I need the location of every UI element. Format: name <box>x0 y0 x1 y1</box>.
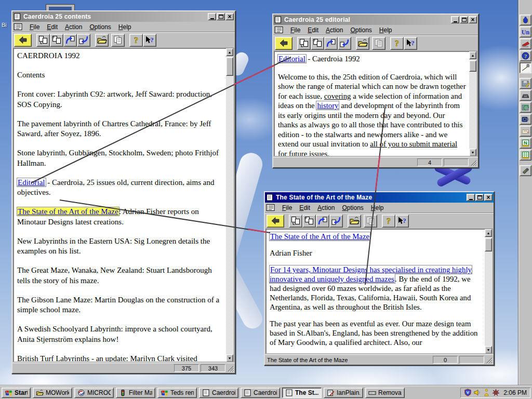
document-icon[interactable] <box>14 13 22 20</box>
menu-file[interactable]: File <box>287 25 304 35</box>
taskbar-button-moworks[interactable]: MOWorks <box>33 388 72 398</box>
context-help-button[interactable] <box>395 215 409 228</box>
close-button[interactable]: × <box>484 194 493 201</box>
menu-action[interactable]: Action <box>314 203 338 212</box>
vertical-scrollbar[interactable]: ▲ ▼ <box>485 229 493 354</box>
menu-help[interactable]: Help <box>115 22 135 32</box>
exit-button[interactable] <box>14 34 32 47</box>
exit-button[interactable] <box>275 37 292 50</box>
scrollbar-thumb[interactable] <box>226 57 233 76</box>
close-button[interactable]: × <box>469 16 477 23</box>
titlebar[interactable]: The State of the Art of the Maze × <box>265 192 494 203</box>
menu-file[interactable]: File <box>26 22 43 32</box>
resize-grip[interactable] <box>486 357 493 364</box>
vertical-scrollbar[interactable]: ▲ ▼ <box>469 51 477 157</box>
menu-action[interactable]: Action <box>322 25 347 35</box>
stapler-icon[interactable] <box>520 38 531 49</box>
plug-cable-icon[interactable] <box>520 62 531 73</box>
antivirus-shield-icon[interactable] <box>464 389 472 396</box>
hyperlink[interactable]: Editorial <box>278 55 306 63</box>
taskbar-button-teds[interactable]: Teds ren... <box>157 388 197 398</box>
help-button[interactable] <box>129 34 143 47</box>
jump-back-button[interactable] <box>63 34 77 47</box>
scrollbar-thumb[interactable] <box>469 60 476 72</box>
scroll-down-button[interactable]: ▼ <box>485 346 492 354</box>
disk-write-icon[interactable] <box>520 78 531 89</box>
taskbar-button-caerdroia-2[interactable]: Caerdroia... <box>241 388 280 398</box>
menu-edit[interactable]: Edit <box>43 22 61 32</box>
open-folder-button[interactable] <box>95 34 109 47</box>
copy-up-button[interactable] <box>302 215 316 228</box>
hyperlink[interactable]: The State of the Art of the Maze <box>17 207 119 216</box>
notes-app-icon[interactable] <box>520 138 531 149</box>
desktop-icon-label[interactable]: Bi <box>2 22 7 28</box>
copy-down-button[interactable] <box>36 34 50 47</box>
exit-button[interactable] <box>267 215 284 228</box>
menu-options[interactable]: Options <box>338 203 367 212</box>
jump-forward-button[interactable] <box>338 37 351 50</box>
context-help-button[interactable] <box>143 34 156 47</box>
vertical-scrollbar[interactable]: ▲ ▼ <box>226 48 234 363</box>
copy-down-button[interactable] <box>297 37 311 50</box>
scheduler-person-icon[interactable] <box>483 389 490 396</box>
scroll-down-button[interactable]: ▼ <box>469 149 476 156</box>
card-reader-icon[interactable] <box>520 126 531 137</box>
minimize-button[interactable] <box>467 194 475 201</box>
open-folder-button[interactable] <box>356 37 369 50</box>
notebook-icon[interactable] <box>274 26 284 34</box>
copy-pages-button[interactable] <box>364 215 377 228</box>
organizer-app-icon[interactable] <box>520 150 531 161</box>
context-help-button[interactable] <box>404 37 417 50</box>
maximize-button[interactable] <box>475 194 484 201</box>
titlebar[interactable]: Caerdroia 25 contents × <box>12 11 235 22</box>
jump-forward-button[interactable] <box>329 215 343 228</box>
camera-monitor-icon[interactable] <box>520 114 531 125</box>
taskbar-button-the-state[interactable]: The St... <box>282 388 322 398</box>
maximize-button[interactable] <box>460 16 468 23</box>
hyperlink[interactable]: history <box>316 101 339 110</box>
close-button[interactable]: × <box>225 13 234 20</box>
menu-help[interactable]: Help <box>376 25 396 35</box>
copy-down-button[interactable] <box>289 215 302 228</box>
taskbar-button-caerdroia-1[interactable]: Caerdroia... <box>199 388 238 398</box>
taskbar-button-microc[interactable]: MICROC... <box>74 388 114 398</box>
resize-grip[interactable] <box>470 159 477 166</box>
volume-icon[interactable] <box>473 389 481 396</box>
jump-back-button[interactable] <box>324 37 338 50</box>
copy-up-button[interactable] <box>50 34 63 47</box>
hyperlink[interactable]: Editorial <box>17 178 46 187</box>
start-button[interactable]: Start <box>2 388 31 398</box>
notebook-icon[interactable] <box>266 204 275 211</box>
notebook-icon[interactable] <box>14 23 23 31</box>
menu-action[interactable]: Action <box>61 22 86 32</box>
maximize-button[interactable] <box>217 13 225 20</box>
menu-file[interactable]: File <box>278 203 296 212</box>
un-letters-icon[interactable] <box>520 26 531 37</box>
copy-up-button[interactable] <box>311 37 324 50</box>
pcmcia-card-icon[interactable] <box>520 165 531 176</box>
scrollbar-thumb[interactable] <box>485 238 492 251</box>
keyboard-icon[interactable] <box>520 90 531 101</box>
taskbar-button-filter-manager[interactable]: Filter Man... <box>116 388 155 398</box>
minimize-button[interactable] <box>451 16 459 23</box>
user-question-icon[interactable] <box>520 50 531 61</box>
resize-grip[interactable] <box>227 365 234 372</box>
bug-icon[interactable] <box>520 15 531 25</box>
scroll-up-button[interactable]: ▲ <box>226 48 233 56</box>
scroll-up-button[interactable]: ▲ <box>469 51 476 59</box>
menu-help[interactable]: Help <box>367 203 388 212</box>
document-icon[interactable] <box>274 16 283 23</box>
document-icon[interactable] <box>266 194 274 201</box>
virus-burst-icon[interactable] <box>492 389 500 396</box>
help-button[interactable] <box>382 215 395 228</box>
copy-pages-button[interactable] <box>372 37 385 50</box>
help-button[interactable] <box>390 37 404 50</box>
taskbar-button-removable[interactable]: Removab... <box>365 388 405 398</box>
menu-edit[interactable]: Edit <box>296 203 314 212</box>
menu-options[interactable]: Options <box>347 25 375 35</box>
scroll-down-button[interactable]: ▼ <box>226 354 233 362</box>
menu-edit[interactable]: Edit <box>304 25 322 35</box>
disk-refresh-icon[interactable] <box>520 102 531 113</box>
jump-forward-button[interactable] <box>77 34 90 47</box>
scroll-up-button[interactable]: ▲ <box>485 229 492 237</box>
